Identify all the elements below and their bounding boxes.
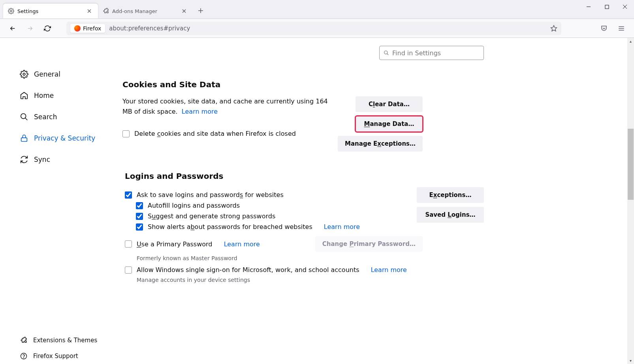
checkbox-label: Show alerts about passwords for breached… <box>148 223 312 231</box>
learn-more-link[interactable]: Learn more <box>324 223 360 231</box>
pocket-button[interactable] <box>598 22 610 35</box>
help-icon <box>20 352 28 360</box>
forward-button[interactable] <box>24 22 36 35</box>
puzzle-icon <box>103 8 109 14</box>
bookmark-star-icon[interactable] <box>550 25 557 32</box>
sidebar-item-label: General <box>34 70 60 78</box>
svg-point-0 <box>10 10 12 12</box>
close-icon[interactable] <box>180 7 188 15</box>
close-icon[interactable] <box>85 7 93 15</box>
clear-data-button[interactable]: Clear Data… <box>356 96 423 112</box>
svg-point-4 <box>21 114 26 119</box>
svg-point-3 <box>23 73 25 75</box>
svg-marker-2 <box>551 25 557 31</box>
svg-point-8 <box>384 51 388 54</box>
gear-icon <box>20 70 28 79</box>
cookies-section: Cookies and Site Data Your stored cookie… <box>122 80 423 152</box>
tab-label: Add-ons Manager <box>112 8 177 14</box>
svg-point-6 <box>21 353 27 359</box>
manage-exceptions-button[interactable]: Manage Exceptions… <box>338 136 423 152</box>
tab-label: Settings <box>17 8 82 14</box>
sso-note: Manage accounts in your device settings <box>137 277 423 283</box>
learn-more-link[interactable]: Learn more <box>371 266 407 274</box>
tab-settings[interactable]: Settings <box>3 4 98 19</box>
sidebar-item-sync[interactable]: Sync <box>16 151 115 168</box>
close-window-button[interactable] <box>616 0 634 13</box>
svg-point-7 <box>24 358 24 358</box>
toolbar: Firefox about:preferences#privacy <box>0 19 634 38</box>
primary-password-row[interactable]: Use a Primary Password Learn more <box>125 240 260 248</box>
sidebar-item-general[interactable]: General <box>16 66 115 83</box>
scroll-thumb[interactable] <box>628 129 634 200</box>
sidebar-item-privacy[interactable]: Privacy & Security <box>16 129 115 147</box>
windows-sso-row[interactable]: Allow Windows single sign-on for Microso… <box>125 266 423 274</box>
tab-addons[interactable]: Add-ons Manager <box>98 4 193 19</box>
search-icon <box>20 113 28 121</box>
sidebar-item-label: Search <box>34 113 57 121</box>
reload-button[interactable] <box>41 22 54 35</box>
svg-rect-5 <box>21 138 27 141</box>
maximize-button[interactable] <box>598 0 616 13</box>
sidebar-item-label: Sync <box>34 156 50 163</box>
sidebar-footer-support[interactable]: Firefox Support <box>16 348 115 364</box>
identity-label: Firefox <box>83 25 101 32</box>
cookies-description: Your stored cookies, site data, and cach… <box>122 96 336 116</box>
scrollbar[interactable]: ▴ ▾ <box>627 38 634 364</box>
checkbox-label: Use a Primary Password <box>137 240 213 248</box>
footer-label: Firefox Support <box>33 353 78 360</box>
learn-more-link[interactable]: Learn more <box>224 240 260 248</box>
search-icon <box>384 50 389 56</box>
footer-label: Extensions & Themes <box>33 337 97 344</box>
checkbox-label: Suggest and generate strong passwords <box>148 212 275 220</box>
content-area: General Home Search Privacy & Security S… <box>0 38 634 364</box>
ask-save-passwords-checkbox[interactable] <box>125 191 132 199</box>
scroll-down-icon[interactable]: ▾ <box>627 357 634 364</box>
sync-icon <box>20 155 28 164</box>
new-tab-button[interactable] <box>194 4 207 17</box>
checkbox-label: Autofill logins and passwords <box>148 202 240 209</box>
gear-icon <box>8 8 14 14</box>
app-menu-button[interactable] <box>615 22 628 35</box>
scroll-up-icon[interactable]: ▴ <box>627 38 634 45</box>
sidebar-item-home[interactable]: Home <box>16 87 115 104</box>
window-controls <box>579 0 634 16</box>
suggest-passwords-checkbox[interactable] <box>136 213 143 220</box>
identity-box[interactable]: Firefox <box>70 24 105 33</box>
url-text: about:preferences#privacy <box>109 25 190 32</box>
minimize-button[interactable] <box>579 0 598 13</box>
learn-more-link[interactable]: Learn more <box>182 108 218 115</box>
back-button[interactable] <box>6 22 19 35</box>
sidebar-item-label: Privacy & Security <box>34 134 95 142</box>
delete-cookies-checkbox[interactable] <box>122 130 130 137</box>
saved-logins-button[interactable]: Saved Logins… <box>417 207 484 223</box>
delete-cookies-checkbox-row[interactable]: Delete cookies and site data when Firefo… <box>122 130 336 137</box>
url-bar[interactable]: Firefox about:preferences#privacy <box>66 22 561 35</box>
section-heading: Cookies and Site Data <box>122 80 423 89</box>
sidebar-item-label: Home <box>34 92 54 99</box>
sidebar-footer-extensions[interactable]: Extensions & Themes <box>16 332 115 348</box>
sidebar-item-search[interactable]: Search <box>16 108 115 126</box>
autofill-row[interactable]: Autofill logins and passwords <box>136 202 423 209</box>
breach-alerts-row[interactable]: Show alerts about passwords for breached… <box>136 223 423 231</box>
manage-data-button[interactable]: Manage Data… <box>356 116 423 132</box>
puzzle-icon <box>20 336 28 344</box>
settings-search-input[interactable] <box>392 49 480 57</box>
settings-main: Cookies and Site Data Your stored cookie… <box>115 38 634 364</box>
breach-alerts-checkbox[interactable] <box>136 223 143 231</box>
section-heading: Logins and Passwords <box>125 171 423 181</box>
sidebar: General Home Search Privacy & Security S… <box>0 38 115 364</box>
checkbox-label: Allow Windows single sign-on for Microso… <box>137 266 359 274</box>
checkbox-label: Delete cookies and site data when Firefo… <box>134 130 296 137</box>
logins-section: Logins and Passwords Ask to save logins … <box>122 171 423 288</box>
ask-save-passwords-row[interactable]: Ask to save logins and passwords for web… <box>125 191 423 199</box>
change-primary-password-button[interactable]: Change Primary Password… <box>315 236 423 252</box>
firefox-logo-icon <box>74 25 81 32</box>
suggest-passwords-row[interactable]: Suggest and generate strong passwords <box>136 212 423 220</box>
settings-search[interactable] <box>379 46 484 60</box>
autofill-checkbox[interactable] <box>136 202 143 209</box>
password-exceptions-button[interactable]: Exceptions… <box>417 187 484 203</box>
primary-password-checkbox[interactable] <box>125 240 132 248</box>
windows-sso-checkbox[interactable] <box>125 266 132 274</box>
tab-bar: Settings Add-ons Manager <box>0 0 634 19</box>
primary-password-note: Formerly known as Master Password <box>137 255 423 261</box>
